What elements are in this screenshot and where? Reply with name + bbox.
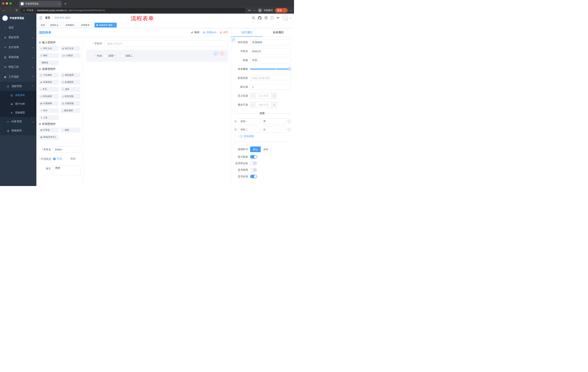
palette-item-button[interactable]: ☞按钮 [61,128,80,132]
tag-home[interactable]: 首页 [39,23,47,28]
new-tab-button[interactable]: + [64,2,66,7]
update-button[interactable]: 更新 ⋮ [275,8,288,13]
option-1-label-input[interactable] [262,118,286,124]
palette-item-single-text[interactable]: ▭单行文本 [39,46,59,51]
palette-item-date-picker[interactable]: ▦日期选择 [39,101,59,106]
sidebar-item-system[interactable]: ⚙ 系统管理 [0,32,36,43]
increase-button[interactable]: + [272,102,277,107]
close-icon[interactable]: × [114,24,115,26]
user-avatar[interactable] [282,15,288,21]
sidebar-item-process-form[interactable]: ▤ 流程表单 [0,91,36,100]
tab-component-props[interactable]: 组件属性 [231,28,263,37]
browser-tab[interactable]: 芋道管理系统 × [19,1,62,7]
form-name-input[interactable] [53,147,80,152]
form-remark-textarea[interactable]: 嘿嘿 [53,165,80,176]
palette-item-table[interactable]: ▩表格[开发中] [39,135,59,139]
clear-button[interactable]: 清空 [220,31,228,34]
palette-item-slider[interactable]: ⊷滑块 [61,87,80,92]
palette-item-counter[interactable]: 123计数器 [61,53,80,58]
sidebar-item-infrastructure[interactable]: ▤ 基础设施 [0,52,36,62]
window-close-button[interactable] [2,2,4,5]
tag-process-form-edit[interactable]: 流程表单-编辑 × [94,23,116,28]
save-button[interactable]: 保存 [191,31,200,34]
palette-item-cascader[interactable]: ◫级联选择 [61,73,80,77]
palette-item-rate[interactable]: ☆评分 [39,108,59,113]
sidebar-item-task-management[interactable]: ≔ 任务管理 [0,117,36,126]
bookmark-star-icon[interactable]: ☆ [253,9,256,12]
style-button-button[interactable]: 按钮 [261,147,271,152]
address-bar[interactable]: ⚠ 不安全 | dashboard.yudao.iocoder.cn /bpm/… [20,8,246,13]
option-2-label-input[interactable] [262,127,286,132]
password-key-icon[interactable] [248,9,251,12]
close-icon[interactable]: × [75,24,76,26]
remove-option-icon[interactable]: − [288,128,291,131]
palette-item-editor[interactable]: 编辑器 [39,60,59,65]
tag-process-model[interactable]: 流程模型 × [63,23,78,28]
palette-item-time-range[interactable]: ◶时间范围 [61,94,80,99]
palette-item-time-picker[interactable]: ◷时间选择 [39,94,59,99]
sidebar-item-process-model[interactable]: ➤ 流程模型 [0,108,36,117]
delete-widget-button[interactable] [220,51,224,56]
tag-process-form[interactable]: 流程表单 × [79,23,94,28]
field-name-input[interactable] [250,48,291,54]
border-toggle[interactable] [250,162,257,165]
disabled-toggle[interactable] [250,168,257,172]
app-logo[interactable]: 芋道管理系统 [0,14,36,23]
required-toggle[interactable] [250,175,257,178]
decrease-button[interactable]: − [250,102,256,107]
sidebar-item-devtools[interactable]: ⚒ 研发工具 [0,62,36,72]
decrease-button[interactable]: − [250,93,256,99]
style-default-button[interactable]: 默认 [250,147,261,152]
drag-handle-icon[interactable] [234,120,237,123]
add-option-button[interactable]: + 添加选项 [240,135,291,138]
font-size-icon[interactable]: TT [276,16,279,20]
sidebar-item-payment[interactable]: ¥ 支付管理 [0,43,36,52]
search-icon[interactable] [252,16,255,20]
avatar-chevron-icon[interactable] [290,17,292,19]
sidebar-item-workflow[interactable]: ▣ 工作流程 [0,72,36,82]
help-icon[interactable] [264,16,268,20]
palette-item-row-container[interactable]: ▣行容器 [39,128,59,132]
view-json-button[interactable]: 查看json [203,31,216,34]
window-zoom-button[interactable] [10,2,12,5]
palette-item-radio-group[interactable]: ◉单选框组 [39,80,59,85]
max-checked-input[interactable] [256,102,272,107]
option-1-value-input[interactable] [239,118,260,124]
palette-item-color-picker[interactable]: ◒颜色选择 [61,108,80,113]
default-value-input[interactable] [250,84,291,90]
link-badge-button[interactable] [231,37,235,42]
show-label-toggle[interactable] [250,155,257,159]
remove-option-icon[interactable]: − [288,120,291,123]
slider-handle[interactable] [288,67,291,70]
form-canvas[interactable]: 手机号 [83,37,231,186]
sidebar-item-process-management[interactable]: ≣ 流程管理 [0,82,36,91]
profile-chevron-icon[interactable] [290,10,292,11]
close-icon[interactable]: × [91,24,92,26]
back-icon[interactable]: ← [2,8,7,13]
grid-span-slider[interactable] [250,66,291,72]
fullscreen-icon[interactable] [271,16,274,20]
drag-handle-icon[interactable] [234,128,237,131]
status-on-radio[interactable]: 开启 [53,157,62,160]
status-off-radio[interactable]: 关闭 [66,157,75,160]
browser-menu-icon[interactable]: ⋮ [283,9,286,12]
palette-item-select[interactable]: ◎下拉选择 [39,73,59,77]
breadcrumb-home[interactable]: 首页 [45,16,50,20]
gender-option-1-checkbox[interactable]: 选项一 [104,54,116,57]
palette-item-checkbox-group[interactable]: ☑多选框组 [61,80,80,85]
sidebar-item-home[interactable]: ◔ 首页 [0,23,36,32]
palette-item-password[interactable]: ⊙密码 [39,53,59,58]
reload-icon[interactable]: ↻ [14,8,19,13]
label-width-input[interactable] [250,75,291,81]
hamburger-icon[interactable] [39,17,42,19]
field-phone[interactable]: 手机号 [86,40,228,47]
sidebar-item-leave-query[interactable]: ♟ 请假查询 [0,126,36,135]
tab-close-icon[interactable]: × [58,2,60,5]
min-checked-input[interactable] [256,93,272,99]
component-type-select[interactable]: 多选框组 [250,39,291,45]
sidebar-item-user-group[interactable]: ☻ 用户分组 [0,100,36,108]
forward-icon[interactable]: → [8,8,13,13]
window-minimize-button[interactable] [6,2,8,5]
tag-process-definition[interactable]: 流程定义 × [48,23,63,28]
title-input[interactable] [250,57,291,63]
